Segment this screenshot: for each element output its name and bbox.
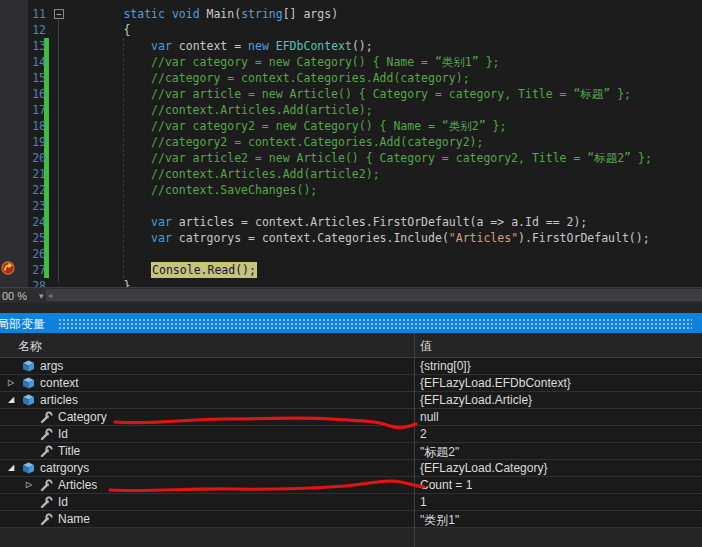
code-text: static void Main(string[] args) <box>68 6 338 22</box>
variable-value[interactable]: Count = 1 <box>420 478 472 492</box>
current-statement-breakpoint-icon[interactable] <box>1 261 15 275</box>
variable-row-id[interactable]: Id1 <box>0 494 702 511</box>
code-line[interactable]: 25 var catrgorys = context.Categories.In… <box>0 230 702 246</box>
code-text: //category = context.Categories.Add(cate… <box>68 70 470 86</box>
variable-value[interactable]: 1 <box>420 495 427 509</box>
cube-icon-slot <box>22 377 35 392</box>
variable-row-articles[interactable]: ▷ArticlesCount = 1 <box>0 477 702 494</box>
locals-rows: args{string[0]}▷context{EFLazyLoad.EFDbC… <box>0 358 702 528</box>
code-text: //context.SaveChanges(); <box>68 182 317 198</box>
code-line[interactable]: 23 <box>0 198 702 214</box>
variable-name: articles <box>40 393 78 407</box>
variable-row-name[interactable]: Name"类别1" <box>0 511 702 528</box>
code-line[interactable]: 17 //context.Articles.Add(article); <box>0 102 702 118</box>
line-number: 13 <box>0 38 46 54</box>
chevron-expanded-icon[interactable]: ◢ <box>8 463 14 472</box>
variable-row-catrgorys[interactable]: ◢catrgorys{EFLazyLoad.Category} <box>0 460 702 477</box>
wrench-icon-slot <box>40 496 53 512</box>
chevron-collapsed-icon[interactable]: ▷ <box>8 378 14 387</box>
code-text: //var category = new Category() { Name =… <box>68 54 500 70</box>
variable-row-articles[interactable]: ◢articles{EFLazyLoad.Article} <box>0 392 702 409</box>
code-line[interactable]: 19 //category2 = context.Categories.Add(… <box>0 134 702 150</box>
chevron-collapsed-icon[interactable]: ▷ <box>26 480 32 489</box>
wrench-icon <box>40 513 53 526</box>
code-line[interactable]: 24 var articles = context.Articles.First… <box>0 214 702 230</box>
variable-value[interactable]: null <box>420 410 439 424</box>
code-lines: 11 static void Main(string[] args)12 {13… <box>0 6 702 294</box>
wrench-icon-slot <box>40 445 53 461</box>
variable-name: Id <box>58 495 68 509</box>
code-line[interactable]: 22 //context.SaveChanges(); <box>0 182 702 198</box>
zoom-dropdown-caret-icon[interactable]: ▾ <box>39 291 44 301</box>
wrench-icon-slot <box>40 411 53 427</box>
fold-toggle[interactable]: − <box>54 9 64 19</box>
line-number: 21 <box>0 166 46 182</box>
variable-name: args <box>40 359 63 373</box>
code-line[interactable]: 15 //category = context.Categories.Add(c… <box>0 70 702 86</box>
locals-grid-header: 名称 值 <box>0 333 702 358</box>
cube-icon <box>22 360 35 372</box>
locals-titlebar[interactable]: 局部变量 <box>0 313 702 333</box>
variable-name: Id <box>58 427 68 441</box>
column-header-value[interactable]: 值 <box>420 338 432 355</box>
variable-row-id[interactable]: Id2 <box>0 426 702 443</box>
cube-icon-slot <box>22 394 35 409</box>
code-text: //var article = new Article() { Category… <box>68 86 631 102</box>
wrench-icon-slot <box>40 513 53 529</box>
code-text: //context.Articles.Add(article2); <box>68 166 380 182</box>
code-line[interactable]: 13 var context = new EFDbContext(); <box>0 38 702 54</box>
code-line[interactable]: 14 //var category = new Category() { Nam… <box>0 54 702 70</box>
column-header-name[interactable]: 名称 <box>18 338 42 355</box>
code-text: //category2 = context.Categories.Add(cat… <box>68 134 483 150</box>
line-number: 19 <box>0 134 46 150</box>
code-text: var context = new EFDbContext(); <box>68 38 373 54</box>
line-number: 17 <box>0 102 46 118</box>
zoom-control[interactable]: 00 % <box>2 290 27 302</box>
locals-title: 局部变量 <box>0 316 45 333</box>
variable-name: context <box>40 376 79 390</box>
column-resizer[interactable] <box>414 333 415 547</box>
code-text: //var category2 = new Category() { Name … <box>68 118 506 134</box>
titlebar-drag-handle[interactable] <box>58 318 692 329</box>
variable-name: Title <box>58 444 80 458</box>
variable-value[interactable]: "标题2" <box>420 444 459 461</box>
scrollbar-left-arrow-icon[interactable]: ◂ <box>48 291 52 300</box>
code-text: var catrgorys = context.Categories.Inclu… <box>68 230 650 246</box>
wrench-icon-slot <box>40 428 53 444</box>
variable-row-category[interactable]: Categorynull <box>0 409 702 426</box>
code-editor[interactable]: 11 static void Main(string[] args)12 {13… <box>0 0 702 287</box>
chevron-expanded-icon[interactable]: ◢ <box>8 395 14 404</box>
code-line[interactable]: 12 { <box>0 22 702 38</box>
line-number: 11 <box>0 6 46 22</box>
locals-empty-area[interactable] <box>0 528 702 547</box>
line-number: 26 <box>0 246 46 262</box>
code-line[interactable]: 27 Console.Read(); <box>0 262 702 278</box>
line-number: 14 <box>0 54 46 70</box>
cube-icon <box>22 377 35 389</box>
line-number: 16 <box>0 86 46 102</box>
variable-value[interactable]: {EFLazyLoad.EFDbContext} <box>420 376 571 390</box>
variable-value[interactable]: {string[0]} <box>420 359 471 373</box>
variable-value[interactable]: "类别1" <box>420 512 459 529</box>
variable-value[interactable]: 2 <box>420 427 427 441</box>
line-number: 24 <box>0 214 46 230</box>
code-line[interactable]: 21 //context.Articles.Add(article2); <box>0 166 702 182</box>
horizontal-scrollbar[interactable]: ◂ <box>46 289 702 301</box>
code-line[interactable]: 26 <box>0 246 702 262</box>
variable-row-title[interactable]: Title"标题2" <box>0 443 702 460</box>
variable-value[interactable]: {EFLazyLoad.Category} <box>420 461 547 475</box>
code-line[interactable]: 18 //var category2 = new Category() { Na… <box>0 118 702 134</box>
variable-value[interactable]: {EFLazyLoad.Article} <box>420 393 532 407</box>
line-number: 12 <box>0 22 46 38</box>
code-text: //context.Articles.Add(article); <box>68 102 373 118</box>
code-line[interactable]: 11 static void Main(string[] args) <box>0 6 702 22</box>
line-number: 20 <box>0 150 46 166</box>
variable-row-context[interactable]: ▷context{EFLazyLoad.EFDbContext} <box>0 375 702 392</box>
variable-row-args[interactable]: args{string[0]} <box>0 358 702 375</box>
wrench-icon-slot <box>40 479 53 495</box>
wrench-icon <box>40 496 53 509</box>
code-line[interactable]: 16 //var article = new Article() { Categ… <box>0 86 702 102</box>
code-line[interactable]: 20 //var article2 = new Article() { Cate… <box>0 150 702 166</box>
line-number: 25 <box>0 230 46 246</box>
wrench-icon <box>40 428 53 441</box>
